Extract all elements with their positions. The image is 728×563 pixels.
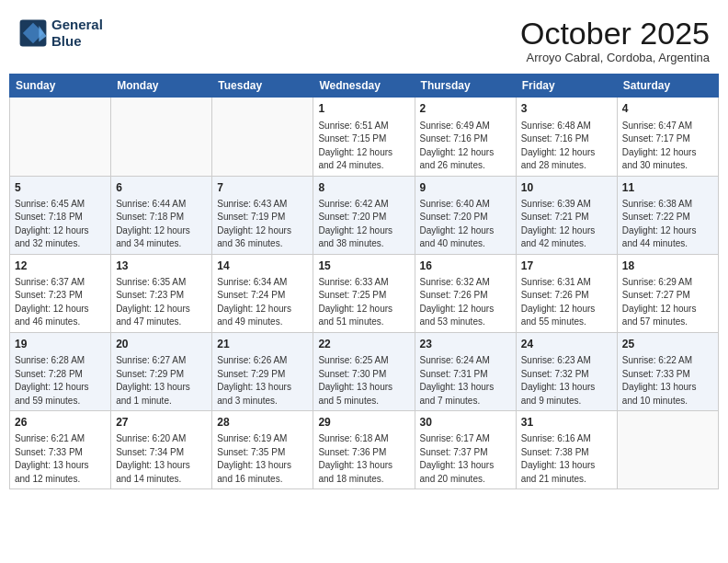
calendar-cell: 29Sunrise: 6:18 AMSunset: 7:36 PMDayligh… <box>313 411 415 489</box>
calendar-cell: 16Sunrise: 6:32 AMSunset: 7:26 PMDayligh… <box>415 254 516 332</box>
day-info: Sunrise: 6:16 AMSunset: 7:38 PMDaylight:… <box>521 433 596 484</box>
day-number: 13 <box>116 259 207 273</box>
day-number: 18 <box>622 259 713 273</box>
calendar-cell: 19Sunrise: 6:28 AMSunset: 7:28 PMDayligh… <box>10 332 111 410</box>
day-info: Sunrise: 6:28 AMSunset: 7:28 PMDaylight:… <box>15 355 89 406</box>
day-number: 29 <box>318 415 409 430</box>
day-number: 31 <box>521 415 612 430</box>
day-info: Sunrise: 6:20 AMSunset: 7:34 PMDaylight:… <box>116 433 190 484</box>
calendar-cell: 7Sunrise: 6:43 AMSunset: 7:19 PMDaylight… <box>212 176 313 254</box>
week-row-4: 19Sunrise: 6:28 AMSunset: 7:28 PMDayligh… <box>10 332 719 410</box>
title-area: October 2025 Arroyo Cabral, Cordoba, Arg… <box>520 17 710 64</box>
day-info: Sunrise: 6:29 AMSunset: 7:27 PMDaylight:… <box>622 277 697 327</box>
day-info: Sunrise: 6:48 AMSunset: 7:16 PMDaylight:… <box>521 121 596 171</box>
day-info: Sunrise: 6:43 AMSunset: 7:19 PMDaylight:… <box>217 199 291 249</box>
calendar-cell <box>212 98 313 176</box>
calendar-cell: 9Sunrise: 6:40 AMSunset: 7:20 PMDaylight… <box>415 176 516 254</box>
calendar-cell: 3Sunrise: 6:48 AMSunset: 7:16 PMDaylight… <box>516 98 617 176</box>
weekday-header-saturday: Saturday <box>617 75 718 98</box>
day-number: 16 <box>420 259 511 273</box>
calendar-cell <box>10 98 111 176</box>
day-number: 7 <box>217 180 308 195</box>
day-info: Sunrise: 6:17 AMSunset: 7:37 PMDaylight:… <box>420 433 495 484</box>
day-number: 2 <box>420 101 511 116</box>
calendar-cell: 31Sunrise: 6:16 AMSunset: 7:38 PMDayligh… <box>516 411 617 489</box>
weekday-header-sunday: Sunday <box>10 75 111 98</box>
calendar-cell: 8Sunrise: 6:42 AMSunset: 7:20 PMDaylight… <box>313 176 415 254</box>
day-info: Sunrise: 6:24 AMSunset: 7:31 PMDaylight:… <box>420 355 495 406</box>
weekday-header-thursday: Thursday <box>415 75 516 98</box>
day-number: 12 <box>15 259 106 273</box>
day-info: Sunrise: 6:51 AMSunset: 7:15 PMDaylight:… <box>318 121 392 171</box>
calendar-cell: 22Sunrise: 6:25 AMSunset: 7:30 PMDayligh… <box>313 332 415 410</box>
day-number: 3 <box>521 101 612 116</box>
day-number: 4 <box>622 101 713 116</box>
day-number: 10 <box>521 180 612 195</box>
day-info: Sunrise: 6:33 AMSunset: 7:25 PMDaylight:… <box>318 277 392 327</box>
day-info: Sunrise: 6:23 AMSunset: 7:32 PMDaylight:… <box>521 355 596 406</box>
calendar-table: SundayMondayTuesdayWednesdayThursdayFrid… <box>9 74 719 489</box>
calendar-cell: 26Sunrise: 6:21 AMSunset: 7:33 PMDayligh… <box>10 411 111 489</box>
day-info: Sunrise: 6:49 AMSunset: 7:16 PMDaylight:… <box>420 121 495 171</box>
weekday-header-tuesday: Tuesday <box>212 75 313 98</box>
calendar-cell: 24Sunrise: 6:23 AMSunset: 7:32 PMDayligh… <box>516 332 617 410</box>
day-number: 19 <box>15 337 106 351</box>
day-info: Sunrise: 6:47 AMSunset: 7:17 PMDaylight:… <box>622 121 697 171</box>
weekday-header-friday: Friday <box>516 75 617 98</box>
day-number: 28 <box>217 415 308 430</box>
calendar-cell: 20Sunrise: 6:27 AMSunset: 7:29 PMDayligh… <box>111 332 212 410</box>
week-row-1: 1Sunrise: 6:51 AMSunset: 7:15 PMDaylight… <box>10 98 719 176</box>
day-number: 23 <box>420 337 511 351</box>
calendar-cell: 27Sunrise: 6:20 AMSunset: 7:34 PMDayligh… <box>111 411 212 489</box>
calendar-cell: 1Sunrise: 6:51 AMSunset: 7:15 PMDaylight… <box>313 98 415 176</box>
calendar-cell: 21Sunrise: 6:26 AMSunset: 7:29 PMDayligh… <box>212 332 313 410</box>
calendar-cell: 10Sunrise: 6:39 AMSunset: 7:21 PMDayligh… <box>516 176 617 254</box>
day-number: 8 <box>318 180 409 195</box>
calendar-cell: 6Sunrise: 6:44 AMSunset: 7:18 PMDaylight… <box>111 176 212 254</box>
logo: General Blue <box>18 17 103 50</box>
calendar-cell <box>111 98 212 176</box>
day-info: Sunrise: 6:25 AMSunset: 7:30 PMDaylight:… <box>318 355 392 406</box>
day-info: Sunrise: 6:42 AMSunset: 7:20 PMDaylight:… <box>318 199 392 249</box>
weekday-header-monday: Monday <box>111 75 212 98</box>
week-row-3: 12Sunrise: 6:37 AMSunset: 7:23 PMDayligh… <box>10 254 719 332</box>
month-title: October 2025 <box>520 17 710 51</box>
day-number: 24 <box>521 337 612 351</box>
calendar-cell: 13Sunrise: 6:35 AMSunset: 7:23 PMDayligh… <box>111 254 212 332</box>
calendar-cell <box>617 411 718 489</box>
calendar-cell: 12Sunrise: 6:37 AMSunset: 7:23 PMDayligh… <box>10 254 111 332</box>
day-number: 26 <box>15 415 106 430</box>
day-number: 30 <box>420 415 511 430</box>
day-info: Sunrise: 6:37 AMSunset: 7:23 PMDaylight:… <box>15 277 89 327</box>
calendar-cell: 14Sunrise: 6:34 AMSunset: 7:24 PMDayligh… <box>212 254 313 332</box>
day-number: 11 <box>622 180 713 195</box>
calendar-cell: 30Sunrise: 6:17 AMSunset: 7:37 PMDayligh… <box>415 411 516 489</box>
logo-text: General Blue <box>51 17 103 50</box>
day-info: Sunrise: 6:40 AMSunset: 7:20 PMDaylight:… <box>420 199 495 249</box>
day-number: 25 <box>622 337 713 351</box>
day-info: Sunrise: 6:32 AMSunset: 7:26 PMDaylight:… <box>420 277 495 327</box>
week-row-5: 26Sunrise: 6:21 AMSunset: 7:33 PMDayligh… <box>10 411 719 489</box>
calendar-cell: 5Sunrise: 6:45 AMSunset: 7:18 PMDaylight… <box>10 176 111 254</box>
calendar-cell: 4Sunrise: 6:47 AMSunset: 7:17 PMDaylight… <box>617 98 718 176</box>
day-number: 22 <box>318 337 409 351</box>
day-number: 20 <box>116 337 207 351</box>
calendar-cell: 11Sunrise: 6:38 AMSunset: 7:22 PMDayligh… <box>617 176 718 254</box>
day-number: 1 <box>318 101 409 116</box>
day-info: Sunrise: 6:22 AMSunset: 7:33 PMDaylight:… <box>622 355 697 406</box>
day-info: Sunrise: 6:44 AMSunset: 7:18 PMDaylight:… <box>116 199 190 249</box>
day-info: Sunrise: 6:34 AMSunset: 7:24 PMDaylight:… <box>217 277 291 327</box>
day-info: Sunrise: 6:39 AMSunset: 7:21 PMDaylight:… <box>521 199 596 249</box>
calendar-cell: 18Sunrise: 6:29 AMSunset: 7:27 PMDayligh… <box>617 254 718 332</box>
day-number: 17 <box>521 259 612 273</box>
location-subtitle: Arroyo Cabral, Cordoba, Argentina <box>520 51 710 64</box>
calendar-cell: 15Sunrise: 6:33 AMSunset: 7:25 PMDayligh… <box>313 254 415 332</box>
day-info: Sunrise: 6:45 AMSunset: 7:18 PMDaylight:… <box>15 199 89 249</box>
day-number: 5 <box>15 180 106 195</box>
day-number: 15 <box>318 259 409 273</box>
day-info: Sunrise: 6:26 AMSunset: 7:29 PMDaylight:… <box>217 355 291 406</box>
day-number: 6 <box>116 180 207 195</box>
calendar-cell: 25Sunrise: 6:22 AMSunset: 7:33 PMDayligh… <box>617 332 718 410</box>
day-info: Sunrise: 6:21 AMSunset: 7:33 PMDaylight:… <box>15 433 89 484</box>
logo-icon <box>18 18 48 48</box>
